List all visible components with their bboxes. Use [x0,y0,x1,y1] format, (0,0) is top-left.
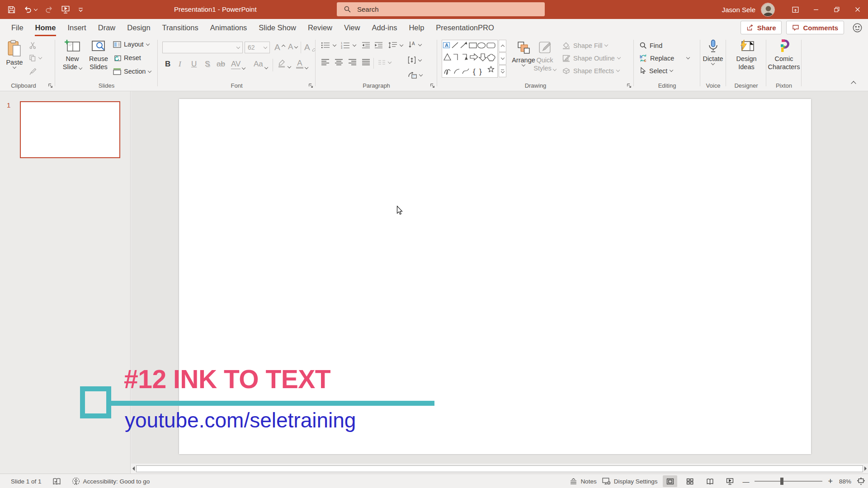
collapse-ribbon-button[interactable] [852,79,855,87]
reset-button[interactable]: Reset [113,54,141,61]
zoom-out-button[interactable]: — [742,478,749,485]
slide-show-button[interactable] [722,475,737,487]
customize-qat-icon[interactable] [78,7,84,13]
select-button[interactable]: Select [639,67,673,75]
comments-button[interactable]: Comments [786,21,844,34]
tab-animations[interactable]: Animations [204,19,253,36]
share-button[interactable]: Share [741,21,782,34]
search-input[interactable]: Search [337,2,545,16]
notes-toggle[interactable]: Notes [570,478,596,485]
tab-help[interactable]: Help [403,19,430,36]
close-button[interactable] [847,0,868,19]
zoom-slider[interactable] [755,481,822,482]
smartart-dropdown-icon[interactable] [419,72,423,76]
overlay-teal-line[interactable] [108,401,434,406]
save-icon[interactable] [7,5,16,14]
tab-review[interactable]: Review [302,19,338,36]
tab-add-ins[interactable]: Add-ins [366,19,403,36]
slide-thumbnail[interactable] [20,101,120,158]
tab-presentationpro[interactable]: PresentationPRO [430,19,500,36]
restore-button[interactable] [826,0,847,19]
account-name[interactable]: Jason Sele [722,6,755,14]
bullets-dropdown-icon[interactable] [333,42,336,46]
slide-sorter-view-button[interactable] [683,475,697,487]
accessibility-status[interactable]: Accessibility: Good to go [72,477,150,485]
new-slide-dropdown-icon[interactable] [79,66,82,69]
feedback-smiley-icon[interactable] [852,23,863,33]
scroll-left-icon[interactable] [132,466,135,471]
quick-styles-icon [538,41,552,55]
align-right-button[interactable] [348,59,357,66]
paste-button[interactable]: Paste [4,40,25,68]
bullets-button[interactable] [321,42,336,49]
align-left-button[interactable] [321,59,330,66]
minimize-button[interactable] [806,0,826,19]
section-dropdown-icon[interactable] [148,69,151,72]
fit-to-window-button[interactable] [857,477,865,485]
justify-button[interactable] [362,59,370,66]
section-button[interactable]: Section [113,68,151,75]
layout-button[interactable]: Layout [113,41,149,48]
tab-design[interactable]: Design [121,19,156,36]
start-from-beginning-icon[interactable] [61,5,70,14]
numbering-button[interactable]: 123 [341,42,356,49]
line-spacing-button[interactable] [388,42,403,49]
paragraph-dialog-launcher[interactable] [430,83,435,88]
slide-url-text[interactable]: youtube.com/seletraining [125,408,356,432]
align-text-button[interactable] [408,56,421,64]
zoom-slider-thumb[interactable] [780,478,783,485]
text-direction-dropdown-icon[interactable] [418,42,422,46]
text-direction-button[interactable]: A [408,41,421,49]
new-slide-button[interactable]: New Slide [60,39,85,71]
undo-dropdown-icon[interactable] [34,7,38,10]
drawing-dialog-launcher[interactable] [627,83,632,88]
tab-insert[interactable]: Insert [61,19,92,36]
select-dropdown-icon[interactable] [670,68,673,72]
comic-characters-button[interactable]: Comic Characters [767,39,801,71]
bold-button[interactable]: B [165,60,170,69]
horizontal-scrollbar-thumb[interactable] [136,465,863,472]
align-text-dropdown-icon[interactable] [418,57,422,61]
clipboard-dialog-launcher[interactable] [48,83,53,88]
reset-icon [113,55,121,61]
align-center-button[interactable] [335,59,343,66]
decrease-indent-button[interactable] [362,42,370,49]
tab-file[interactable]: File [5,19,29,36]
zoom-level[interactable]: 88% [839,478,851,485]
reuse-slides-button[interactable]: Reuse Slides [87,39,110,71]
tab-transitions[interactable]: Transitions [156,19,204,36]
comments-icon [792,24,799,31]
overlay-teal-square[interactable] [80,386,111,418]
spellcheck-icon[interactable] [52,478,61,485]
shape-gallery-up-button[interactable] [499,40,506,52]
zoom-in-button[interactable]: + [828,477,833,486]
tab-draw[interactable]: Draw [92,19,122,36]
increase-indent-button[interactable] [374,42,383,49]
undo-button[interactable] [24,5,37,14]
normal-view-button[interactable] [663,475,677,487]
shape-gallery-down-button[interactable] [499,52,506,65]
replace-button[interactable]: bcReplace [639,54,689,62]
tab-slide-show[interactable]: Slide Show [253,19,302,36]
slide-heading-text[interactable]: #12 INK TO TEXT [124,364,330,394]
tab-view[interactable]: View [338,19,366,36]
dictate-button[interactable]: Dictate [702,39,724,65]
numbering-dropdown-icon[interactable] [353,42,356,46]
find-button[interactable]: Find [639,42,662,49]
ribbon-display-options-button[interactable] [785,0,806,19]
slide-indicator[interactable]: Slide 1 of 1 [11,478,42,485]
design-ideas-button[interactable]: Design Ideas [730,39,763,71]
display-settings-button[interactable]: Display Settings [602,478,658,485]
reading-view-button[interactable] [703,475,717,487]
paste-icon [7,40,22,57]
font-dialog-launcher[interactable] [308,83,313,88]
convert-to-smartart-button[interactable] [408,71,422,79]
avatar[interactable] [761,3,775,17]
tab-home[interactable]: Home [29,19,62,36]
replace-dropdown-icon[interactable] [686,56,690,59]
layout-dropdown-icon[interactable] [146,42,149,45]
scroll-right-icon[interactable] [864,466,867,471]
shape-gallery-more-button[interactable] [499,65,506,77]
line-spacing-dropdown-icon[interactable] [400,42,403,46]
shape-gallery[interactable]: A {} [442,40,498,78]
